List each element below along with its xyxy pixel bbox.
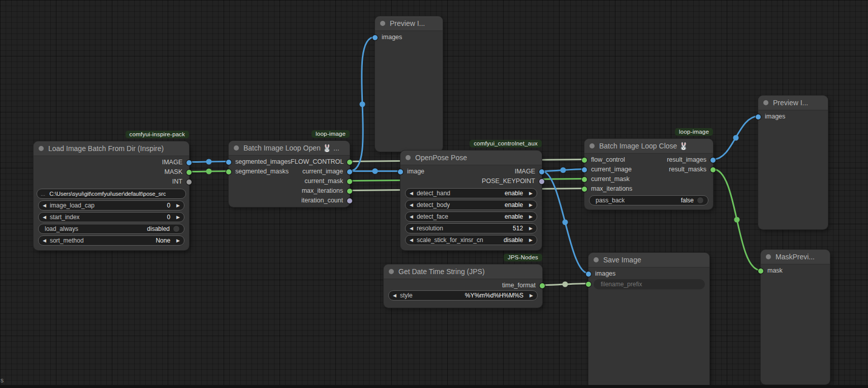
node-title-bar[interactable]: Batch Image Loop Close 🐰 xyxy=(584,139,713,154)
node-mask-preview[interactable]: MaskPrevi... mask xyxy=(761,250,830,384)
load-always-toggle[interactable]: load_always disabled xyxy=(38,224,184,234)
output-port-mask[interactable] xyxy=(187,170,192,175)
filename-prefix-widget[interactable]: filename_prefix xyxy=(594,279,705,289)
input-port-current-image[interactable] xyxy=(582,167,587,172)
detect-body-widget[interactable]: detect_body enable xyxy=(405,200,537,210)
decrement-arrow-icon[interactable] xyxy=(43,203,46,208)
increment-arrow-icon[interactable] xyxy=(176,203,180,208)
increment-arrow-icon[interactable] xyxy=(529,238,533,243)
node-title-bar[interactable]: Load Image Batch From Dir (Inspire) xyxy=(34,141,189,156)
input-port-flow-control[interactable] xyxy=(582,158,587,163)
widget-value: enable xyxy=(505,190,523,197)
node-title-bar[interactable]: MaskPrevi... xyxy=(761,250,830,264)
directory-path-widget[interactable]: ... C:\Users\syui\git\comfyui\user\defau… xyxy=(37,189,186,199)
node-title-bar[interactable]: Preview I... xyxy=(375,16,443,31)
decrement-arrow-icon[interactable] xyxy=(393,293,396,298)
output-port-pose-keypoint[interactable] xyxy=(539,179,544,184)
input-port-images[interactable] xyxy=(373,35,378,40)
toggle-knob-icon[interactable] xyxy=(697,197,704,204)
output-port-image[interactable] xyxy=(187,160,192,165)
input-port-filename-prefix[interactable] xyxy=(586,282,591,287)
input-port-mask[interactable] xyxy=(758,268,763,274)
decrement-arrow-icon[interactable] xyxy=(43,238,46,243)
link-dot[interactable] xyxy=(360,102,365,107)
node-title-bar[interactable]: OpenPose Pose xyxy=(400,151,542,165)
output-port-time-format[interactable] xyxy=(540,283,545,288)
collapse-dot-icon[interactable] xyxy=(380,21,385,26)
detect-face-widget[interactable]: detect_face enable xyxy=(405,212,537,222)
widget-label: sort_method xyxy=(50,237,84,244)
start-index-widget[interactable]: start_index 0 xyxy=(38,212,184,222)
ellipsis-prefix: ... xyxy=(41,191,45,197)
node-title-bar[interactable]: Batch Image Loop Open 🐰 ... xyxy=(229,141,350,156)
input-port-max-iterations[interactable] xyxy=(582,187,587,192)
output-slot-label: current_mask xyxy=(304,176,343,186)
input-port-segmented-images[interactable] xyxy=(226,160,231,165)
collapse-dot-icon[interactable] xyxy=(389,269,394,274)
output-port-result-masks[interactable] xyxy=(710,167,716,172)
node-batch-image-loop-close[interactable]: loop-image Batch Image Loop Close 🐰 flow… xyxy=(584,139,713,210)
link-dot[interactable] xyxy=(563,220,568,225)
input-port-current-mask[interactable] xyxy=(582,177,587,182)
increment-arrow-icon[interactable] xyxy=(530,293,533,298)
link-dot[interactable] xyxy=(373,168,378,174)
input-port-image[interactable] xyxy=(398,169,403,174)
decrement-arrow-icon[interactable] xyxy=(410,203,413,207)
collapse-dot-icon[interactable] xyxy=(766,254,771,259)
node-title-bar[interactable]: Preview I... xyxy=(758,96,828,110)
input-port-images[interactable] xyxy=(586,272,591,277)
toggle-knob-icon[interactable] xyxy=(173,225,180,232)
output-port-flow-control[interactable] xyxy=(347,160,352,165)
link-dot[interactable] xyxy=(206,169,212,174)
output-port-result-images[interactable] xyxy=(710,158,716,163)
node-load-image-batch[interactable]: comfyui-inspire-pack Load Image Batch Fr… xyxy=(34,141,189,250)
detect-hand-widget[interactable]: detect_hand enable xyxy=(405,188,537,198)
node-batch-image-loop-open[interactable]: loop-image Batch Image Loop Open 🐰 ... s… xyxy=(229,141,350,207)
node-title-bar[interactable]: Save Image xyxy=(588,253,709,267)
node-get-date-time-string[interactable]: JPS-Nodes Get Date Time String (JPS) tim… xyxy=(384,264,542,308)
link-dot[interactable] xyxy=(733,135,739,141)
collapse-dot-icon[interactable] xyxy=(763,100,768,105)
link-dot[interactable] xyxy=(563,282,568,287)
output-port-image[interactable] xyxy=(539,169,544,174)
increment-arrow-icon[interactable] xyxy=(529,203,533,207)
decrement-arrow-icon[interactable] xyxy=(410,215,413,219)
increment-arrow-icon[interactable] xyxy=(529,191,533,196)
output-port-current-mask[interactable] xyxy=(347,179,352,184)
widget-value: enable xyxy=(505,213,523,220)
node-preview-image-right[interactable]: Preview I... images xyxy=(758,96,828,229)
link-dot[interactable] xyxy=(561,167,566,173)
decrement-arrow-icon[interactable] xyxy=(43,215,46,220)
increment-arrow-icon[interactable] xyxy=(529,226,533,231)
style-widget[interactable]: style %Y%m%d%H%M%S xyxy=(388,290,538,301)
collapse-dot-icon[interactable] xyxy=(406,155,411,160)
link-dot[interactable] xyxy=(206,159,212,165)
node-preview-image-top[interactable]: Preview I... images xyxy=(375,16,443,152)
node-openpose-pose[interactable]: comfyui_controlnet_aux OpenPose Pose ima… xyxy=(400,151,542,250)
scale-stick-widget[interactable]: scale_stick_for_xinsr_cn disable xyxy=(405,235,537,245)
sort-method-widget[interactable]: sort_method None xyxy=(38,235,184,246)
node-title-bar[interactable]: Get Date Time String (JPS) xyxy=(384,264,542,279)
output-port-iteration-count[interactable] xyxy=(347,198,352,203)
node-save-image[interactable]: Save Image images filename_prefix xyxy=(588,253,709,388)
resolution-widget[interactable]: resolution 512 xyxy=(405,223,537,233)
pass-back-toggle[interactable]: pass_back false xyxy=(589,195,708,205)
output-port-max-iterations[interactable] xyxy=(347,189,352,194)
image-load-cap-widget[interactable]: image_load_cap 0 xyxy=(38,200,184,211)
decrement-arrow-icon[interactable] xyxy=(410,226,413,231)
decrement-arrow-icon[interactable] xyxy=(410,238,413,243)
input-port-segmented-masks[interactable] xyxy=(226,169,231,174)
increment-arrow-icon[interactable] xyxy=(176,215,180,220)
decrement-arrow-icon[interactable] xyxy=(410,191,413,196)
widget-value: disabled xyxy=(147,225,170,232)
input-port-images[interactable] xyxy=(756,114,761,120)
collapse-dot-icon[interactable] xyxy=(590,143,595,148)
collapse-dot-icon[interactable] xyxy=(39,146,44,151)
collapse-dot-icon[interactable] xyxy=(234,145,239,151)
output-port-int[interactable] xyxy=(187,180,192,185)
increment-arrow-icon[interactable] xyxy=(529,215,533,219)
collapse-dot-icon[interactable] xyxy=(594,257,599,262)
output-port-current-image[interactable] xyxy=(347,169,352,174)
increment-arrow-icon[interactable] xyxy=(176,238,180,243)
link-dot[interactable] xyxy=(734,217,740,223)
